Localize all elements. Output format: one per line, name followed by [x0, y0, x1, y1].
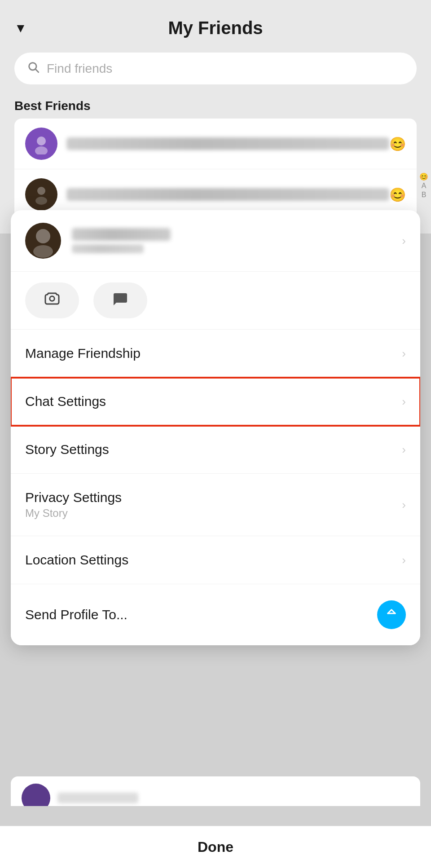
alpha-a: A: [419, 182, 428, 190]
privacy-settings-sublabel: My Story: [25, 507, 402, 520]
partial-name-blurred: [57, 793, 138, 803]
partial-avatar: [22, 784, 50, 812]
alphabet-sidebar: 😊 A B: [417, 171, 431, 201]
svg-point-2: [37, 137, 46, 145]
action-row: [11, 272, 420, 330]
privacy-settings-item[interactable]: Privacy Settings My Story ›: [11, 474, 420, 536]
done-button[interactable]: Done: [198, 839, 233, 855]
friend-emoji: 😊: [389, 187, 406, 203]
chevron-down-icon[interactable]: ▼: [14, 21, 27, 35]
search-placeholder: Find friends: [47, 62, 112, 76]
friend-emoji: 😊: [389, 136, 406, 152]
svg-line-1: [35, 69, 38, 72]
svg-point-3: [35, 146, 48, 154]
privacy-settings-label: Privacy Settings: [25, 490, 402, 505]
partial-friend-row: [11, 776, 420, 820]
send-arrow-icon: [385, 607, 398, 623]
svg-point-7: [33, 245, 53, 258]
send-profile-button[interactable]: [377, 600, 406, 629]
chat-icon: [112, 291, 128, 310]
svg-point-5: [35, 197, 47, 205]
chat-button[interactable]: [93, 282, 147, 318]
alpha-emoji: 😊: [419, 172, 428, 181]
list-item[interactable]: 😊: [14, 119, 417, 169]
manage-friendship-chevron-icon: ›: [402, 347, 406, 361]
profile-sub-blurred: [72, 244, 144, 253]
manage-friendship-label: Manage Friendship: [25, 346, 402, 361]
story-settings-label: Story Settings: [25, 442, 402, 457]
search-icon: [27, 61, 40, 76]
avatar: [25, 178, 57, 211]
friend-name-blurred: [66, 188, 389, 201]
profile-name-blurred: [72, 228, 171, 241]
done-label: Done: [198, 839, 233, 855]
alpha-b: B: [419, 191, 428, 199]
location-settings-label: Location Settings: [25, 552, 402, 568]
chat-settings-label: Chat Settings: [25, 394, 402, 409]
send-profile-item[interactable]: Send Profile To...: [11, 584, 420, 645]
profile-section[interactable]: ›: [11, 210, 420, 272]
page-title: My Friends: [168, 18, 263, 38]
chat-settings-item[interactable]: Chat Settings ›: [11, 378, 420, 426]
profile-avatar: [25, 223, 61, 259]
svg-point-4: [37, 187, 45, 195]
search-bar[interactable]: Find friends: [14, 53, 417, 84]
privacy-settings-chevron-icon: ›: [402, 498, 406, 512]
privacy-settings-content: Privacy Settings My Story: [25, 490, 402, 520]
story-settings-chevron-icon: ›: [402, 443, 406, 457]
profile-chevron-icon: ›: [402, 234, 406, 248]
story-settings-item[interactable]: Story Settings ›: [11, 426, 420, 474]
manage-friendship-item[interactable]: Manage Friendship ›: [11, 330, 420, 378]
location-settings-item[interactable]: Location Settings ›: [11, 536, 420, 584]
background-screen: ▼ My Friends Find friends Best Friends 😊: [0, 0, 431, 234]
svg-point-6: [36, 229, 50, 243]
avatar: [25, 128, 57, 160]
done-bar: Done: [0, 826, 431, 868]
friend-name-blurred: [66, 137, 389, 150]
menu-section: Manage Friendship › Chat Settings › Stor…: [11, 330, 420, 645]
bottom-sheet: › Manage Friendship › Chat S: [11, 210, 420, 645]
send-profile-label: Send Profile To...: [25, 607, 377, 622]
best-friends-label: Best Friends: [14, 99, 417, 113]
camera-icon: [44, 291, 60, 310]
chat-settings-chevron-icon: ›: [402, 395, 406, 409]
header-row: ▼ My Friends: [14, 18, 417, 38]
svg-point-8: [50, 296, 55, 301]
friend-list: 😊 😊: [14, 119, 417, 220]
camera-button[interactable]: [25, 282, 79, 318]
location-settings-chevron-icon: ›: [402, 553, 406, 567]
profile-info: [72, 228, 406, 253]
